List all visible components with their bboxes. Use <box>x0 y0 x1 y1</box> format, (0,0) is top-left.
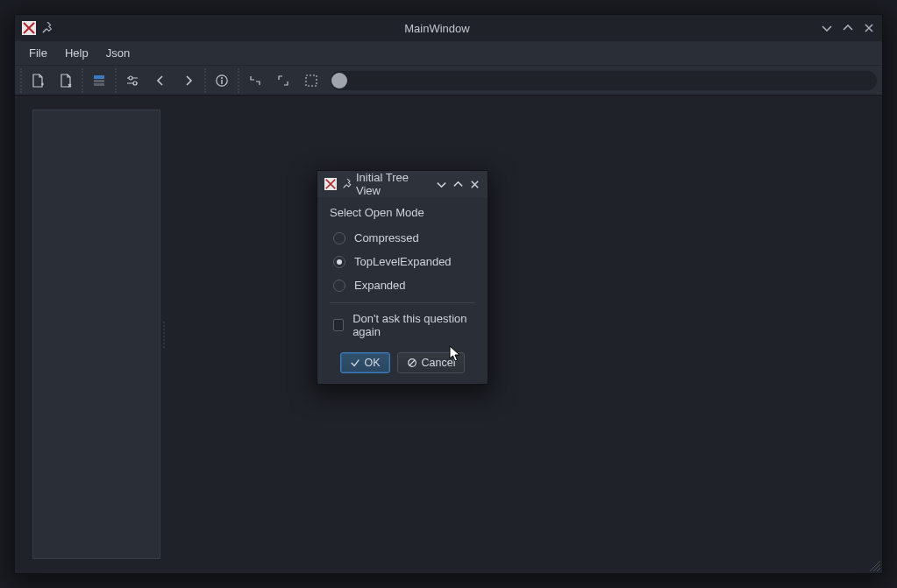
dialog-pin-icon[interactable] <box>342 179 352 189</box>
tree-panel[interactable] <box>32 110 160 559</box>
svg-rect-8 <box>306 75 317 86</box>
radio-option-toplevelexpanded[interactable]: TopLevelExpanded <box>330 250 475 273</box>
resize-grip-icon[interactable] <box>868 559 880 571</box>
radio-icon <box>333 256 345 268</box>
toolbar-group-select <box>238 68 324 93</box>
dont-ask-again-checkbox[interactable]: Don't ask this question again <box>330 308 475 347</box>
app-icon <box>22 21 36 35</box>
dialog-body: Select Open Mode Compressed TopLevelExpa… <box>317 197 488 352</box>
selection-icon[interactable] <box>299 68 324 93</box>
toolbar-group-info <box>204 68 234 93</box>
menu-help[interactable]: Help <box>56 43 97 63</box>
maximize-button[interactable] <box>842 22 854 34</box>
radio-option-expanded[interactable]: Expanded <box>330 273 475 297</box>
dialog-app-icon <box>324 178 337 190</box>
dialog-prompt: Select Open Mode <box>330 206 475 219</box>
expand-icon[interactable] <box>271 68 295 93</box>
radio-label: TopLevelExpanded <box>354 255 452 268</box>
main-panel[interactable] <box>166 96 882 573</box>
new-file-button[interactable] <box>25 68 50 93</box>
settings-sliders-button[interactable] <box>120 68 145 93</box>
open-file-button[interactable] <box>53 68 78 93</box>
toolbar <box>15 66 882 96</box>
menu-json[interactable]: Json <box>97 43 139 63</box>
initial-tree-view-dialog: Initial Tree View Select Open Mode Compr… <box>317 170 488 385</box>
toolbar-group-file <box>20 68 78 93</box>
menubar: File Help Json <box>15 41 882 66</box>
toolbar-group-nav <box>115 68 201 93</box>
svg-point-7 <box>221 77 223 79</box>
dialog-title: Initial Tree View <box>356 171 436 197</box>
side-panel-container <box>15 96 162 573</box>
pin-icon[interactable] <box>41 22 53 34</box>
back-button[interactable] <box>148 68 173 93</box>
layers-button[interactable] <box>87 68 111 93</box>
dialog-minimize-button[interactable] <box>436 179 447 190</box>
svg-rect-2 <box>94 80 104 82</box>
radio-label: Compressed <box>354 231 419 244</box>
checkbox-label: Don't ask this question again <box>352 312 475 338</box>
cancel-button[interactable]: Cancel <box>397 352 466 373</box>
radio-option-compressed[interactable]: Compressed <box>330 226 475 250</box>
checkbox-icon <box>333 319 344 331</box>
radio-icon <box>333 280 345 292</box>
close-button[interactable] <box>863 22 875 34</box>
ok-button-label: OK <box>365 357 381 369</box>
radio-icon <box>333 232 345 244</box>
menu-file[interactable]: File <box>20 43 56 63</box>
info-button[interactable] <box>210 68 234 93</box>
svg-rect-3 <box>94 83 104 86</box>
window-title: MainWindow <box>53 22 821 35</box>
svg-point-5 <box>133 81 137 85</box>
dialog-titlebar: Initial Tree View <box>317 171 488 197</box>
dialog-separator <box>330 302 475 303</box>
svg-rect-1 <box>94 75 104 79</box>
dialog-button-row: OK Cancel <box>317 352 488 384</box>
titlebar: MainWindow <box>15 15 882 41</box>
dialog-close-button[interactable] <box>469 179 481 190</box>
radio-label: Expanded <box>354 279 406 292</box>
toolbar-group-view <box>82 68 111 93</box>
search-handle-icon <box>331 73 347 89</box>
ok-button[interactable]: OK <box>340 352 390 373</box>
minimize-button[interactable] <box>821 22 833 34</box>
search-field[interactable] <box>331 71 877 90</box>
cancel-button-label: Cancel <box>422 357 456 369</box>
dialog-maximize-button[interactable] <box>452 179 464 190</box>
collapse-icon[interactable] <box>243 68 267 93</box>
forward-button[interactable] <box>176 68 201 93</box>
svg-point-4 <box>129 76 132 80</box>
